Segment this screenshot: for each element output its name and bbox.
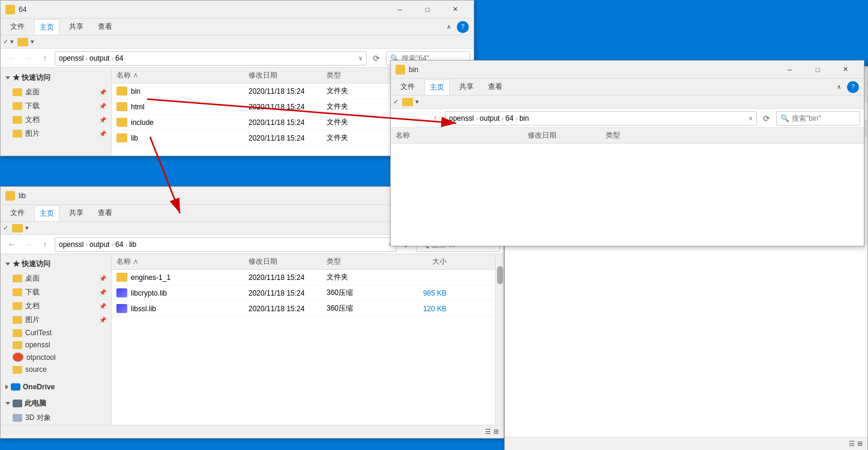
close-button-bin[interactable]: ✕ [831, 61, 859, 79]
forward-button-64[interactable]: → [21, 51, 35, 65]
docs-label-64: 文档 [25, 115, 40, 125]
sidebar-item-source-lib[interactable]: source [1, 363, 111, 376]
ribbon-64: 文件 主页 共享 查看 ∧ ? [1, 19, 474, 35]
tab-home-bin[interactable]: 主页 [424, 79, 450, 95]
back-button-bin[interactable]: ← [394, 111, 409, 126]
tab-file-bin[interactable]: 文件 [396, 79, 420, 94]
titlebar-bin: bin ─ □ ✕ [391, 61, 864, 79]
sidebar-item-desktop-lib[interactable]: 桌面 📌 [1, 272, 111, 285]
file-name-libcrypto: libcrypto.lib [116, 288, 249, 297]
tab-view-bin[interactable]: 查看 [483, 79, 507, 94]
address-box-bin[interactable]: openssl › output › 64 › bin ∨ [445, 111, 757, 126]
titlebar-64: 64 ─ □ ✕ [1, 1, 474, 19]
col-size-hdr-lib[interactable]: 大小 [399, 257, 447, 267]
qt-dropdown-lib[interactable]: ▾ [25, 224, 29, 232]
sidebar-item-download-64[interactable]: 下载 📌 [1, 99, 111, 113]
bc-output: output [89, 54, 109, 62]
col-type-hdr-lib[interactable]: 类型 [327, 257, 399, 267]
up-button-bin[interactable]: ↑ [428, 111, 442, 126]
tab-file-lib[interactable]: 文件 [5, 205, 29, 220]
file-list-bin-preview: 名称 修改日期 类型 [391, 128, 864, 246]
up-button-64[interactable]: ↑ [38, 51, 52, 65]
collapse-ribbon-bin[interactable]: ∧ [833, 81, 845, 93]
refresh-button-bin[interactable]: ⟳ [759, 111, 774, 126]
tab-home-64[interactable]: 主页 [34, 19, 59, 35]
tab-share-bin[interactable]: 共享 [454, 79, 478, 94]
search-input-bin[interactable] [792, 114, 868, 123]
maximize-button-64[interactable]: □ [414, 1, 441, 19]
pics-label-64: 图片 [25, 129, 40, 139]
list-view-icon[interactable]: ☰ [485, 428, 491, 436]
search-box-bin[interactable]: 🔍 [776, 111, 860, 126]
forward-button-bin[interactable]: → [411, 111, 426, 126]
file-row-libcrypto-lib[interactable]: libcrypto.lib 2020/11/18 15:24 360压缩 985… [112, 285, 495, 301]
detail-view-icon[interactable]: ⊞ [493, 428, 499, 436]
tab-view-lib[interactable]: 查看 [93, 205, 117, 220]
folder-icon-html [116, 102, 127, 111]
quick-access-header-64[interactable]: ★ 快速访问 [1, 70, 111, 85]
file-row-engines-lib[interactable]: engines-1_1 2020/11/18 15:24 文件夹 [112, 270, 495, 285]
file-header-bin-preview: 名称 修改日期 类型 [391, 128, 864, 144]
tab-share-lib[interactable]: 共享 [64, 205, 88, 220]
minimize-button-bin[interactable]: ─ [776, 61, 804, 79]
back-button-lib[interactable]: ← [4, 237, 19, 252]
quick-access-header-lib[interactable]: ★ 快速访问 [1, 257, 111, 272]
qt-dropdown-bin[interactable]: ▾ [415, 98, 419, 106]
back-button-64[interactable]: ← [4, 51, 19, 65]
status-bar-lib: ☰ ⊞ [1, 425, 504, 438]
docs-icon-64 [13, 116, 22, 124]
col-date-header-64[interactable]: 修改日期 [249, 70, 327, 81]
breadcrumb-lib: openssl › output › 64 › lib [59, 240, 136, 249]
dl-icon-lib [13, 288, 22, 296]
quick-access-label: ★ 快速访问 [13, 73, 50, 83]
detail-view-icon-binl[interactable]: ⊞ [857, 440, 863, 448]
qt-dropdown[interactable]: ▾ [31, 38, 34, 46]
list-view-icon-binl[interactable]: ☰ [849, 440, 855, 448]
file-size-libssl: 120 KB [399, 305, 447, 313]
thispc-header-lib[interactable]: 此电脑 [1, 396, 111, 411]
col-name-header-64[interactable]: 名称 ∧ [116, 70, 249, 81]
address-box-lib[interactable]: openssl › output › 64 › lib ∨ [55, 237, 397, 252]
col-name-hdr-lib[interactable]: 名称 ∧ [116, 257, 249, 267]
qt-folder-icon-lib [12, 224, 23, 233]
sidebar-item-dl-lib[interactable]: 下载 📌 [1, 285, 111, 299]
tab-file-64[interactable]: 文件 [5, 19, 29, 34]
download-label-64: 下载 [25, 101, 40, 111]
onedrive-header-lib[interactable]: OneDrive [1, 380, 111, 394]
up-button-lib[interactable]: ↑ [38, 237, 52, 252]
sidebar-item-pics-64[interactable]: 图片 📌 [1, 127, 111, 141]
collapse-ribbon-64[interactable]: ∧ [442, 21, 454, 33]
tab-home-lib[interactable]: 主页 [34, 205, 59, 221]
window-controls-bin: ─ □ ✕ [776, 61, 859, 79]
sidebar-item-3d-lib[interactable]: 3D 对象 [1, 411, 111, 425]
col-date-hdr-lib[interactable]: 修改日期 [249, 257, 327, 267]
forward-button-lib[interactable]: → [21, 237, 35, 252]
sidebar-item-otpnctool-lib[interactable]: otpnctool [1, 351, 111, 363]
help-button-bin[interactable]: ? [847, 81, 859, 93]
sidebar-item-docs-lib[interactable]: 文档 📌 [1, 299, 111, 313]
sidebar-item-openssl-lib[interactable]: openssl [1, 339, 111, 351]
sidebar-item-docs-64[interactable]: 文档 📌 [1, 113, 111, 127]
scrollbar-lib[interactable] [495, 254, 504, 425]
maximize-button-bin[interactable]: □ [804, 61, 831, 79]
col-type-header-64[interactable]: 类型 [327, 70, 399, 81]
close-button-64[interactable]: ✕ [441, 1, 469, 19]
sidebar-item-curltest-lib[interactable]: CurlTest [1, 327, 111, 339]
file-row-libssl-lib[interactable]: libssl.lib 2020/11/18 15:24 360压缩 120 KB [112, 301, 495, 317]
minimize-button-64[interactable]: ─ [386, 1, 414, 19]
tab-view-64[interactable]: 查看 [93, 19, 117, 34]
bc-bin: bin [519, 114, 529, 123]
help-button-64[interactable]: ? [457, 21, 469, 33]
file-type-libssl: 360压缩 [327, 303, 399, 314]
file-date-lib-64: 2020/11/18 15:24 [249, 134, 327, 142]
address-box-64[interactable]: openssl › output › 64 ∨ [55, 51, 367, 65]
file-type-html: 文件夹 [327, 102, 399, 112]
tab-share-64[interactable]: 共享 [64, 19, 88, 34]
main-area-bin: 名称 修改日期 类型 [391, 128, 864, 246]
breadcrumb-64: openssl › output › 64 [59, 54, 123, 62]
bc-64-bin: 64 [505, 114, 513, 123]
refresh-button-64[interactable]: ⟳ [369, 51, 384, 65]
sidebar-item-desktop-64[interactable]: 桌面 📌 [1, 85, 111, 99]
file-date-bin: 2020/11/18 15:24 [249, 87, 327, 96]
sidebar-item-pics-lib[interactable]: 图片 📌 [1, 313, 111, 327]
